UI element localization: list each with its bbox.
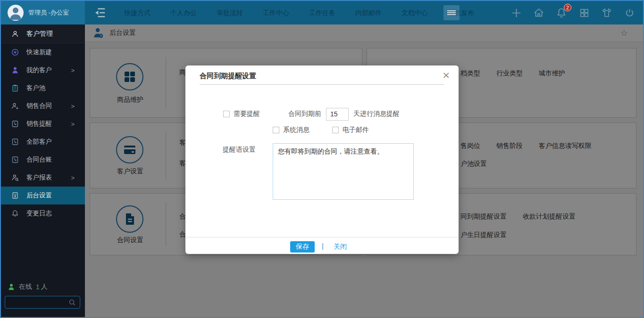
hamburger-menu-icon[interactable] — [443, 5, 460, 20]
nav-item-work-center[interactable]: 工作中心 — [256, 1, 296, 24]
sidebar-item-customer-pool[interactable]: 客户池 — [1, 79, 85, 97]
need-remind-label: 需要提醒 — [234, 110, 260, 118]
chevron-right-icon: > — [71, 67, 75, 74]
sidebar: 客户管理 快速新建 我的客户 > 客户池 销售合同 > 销售提醒 > 全部客户 — [1, 24, 85, 317]
nav-item-approval-flow[interactable]: 审批流转 — [210, 1, 250, 24]
nav-item-shortcuts[interactable]: 快捷方式 — [117, 1, 157, 24]
chevron-right-icon: > — [71, 174, 75, 181]
email-label: 电子邮件 — [343, 126, 369, 134]
person-search-icon — [11, 174, 19, 181]
nav-item-document-center[interactable]: 文档中心 — [395, 1, 435, 24]
phonebook-icon — [11, 120, 19, 128]
sidebar-item-sales-contracts[interactable]: 销售合同 > — [1, 97, 85, 115]
need-remind-checkbox[interactable] — [223, 111, 230, 117]
sidebar-item-customer-reports[interactable]: 客户报表 > — [1, 169, 85, 187]
notification-badge: 2 — [564, 4, 571, 11]
contract-expiry-reminder-dialog: 合同到期提醒设置 × 需要提醒 合同到期前 天进行消息提醒 系统消息 电子邮件 … — [185, 65, 459, 254]
person-pen-icon — [11, 102, 19, 110]
top-bar: 管理员 -办公室 快捷方式 个人办公 审批流转 工作中心 工作任务 内部邮件 文… — [1, 1, 643, 24]
person-icon — [11, 30, 19, 38]
top-nav: 快捷方式 个人办公 审批流转 工作中心 工作任务 内部邮件 文档中心 信息发布 — [114, 1, 484, 24]
plus-circle-icon — [11, 49, 19, 56]
sidebar-item-quick-create[interactable]: 快速新建 — [1, 43, 85, 61]
save-button[interactable]: 保存 — [290, 241, 315, 253]
nav-item-personal-office[interactable]: 个人办公 — [164, 1, 203, 24]
logout-power-icon[interactable] — [623, 7, 636, 19]
close-icon[interactable]: × — [442, 69, 450, 81]
phonebook-icon — [11, 156, 19, 163]
sidebar-item-my-customers[interactable]: 我的客户 > — [1, 61, 85, 79]
home-icon[interactable] — [533, 7, 545, 19]
system-message-label: 系统消息 — [283, 126, 309, 134]
sidebar-item-change-log[interactable]: 变更日志 — [1, 204, 85, 222]
user-block[interactable]: 管理员 -办公室 — [1, 1, 85, 24]
system-message-checkbox[interactable] — [273, 127, 279, 133]
sidebar-header-customer-management[interactable]: 客户管理 — [1, 24, 85, 43]
email-checkbox[interactable] — [332, 127, 339, 133]
sidebar-item-all-customers[interactable]: 全部客户 — [1, 133, 85, 151]
app-window: 管理员 -办公室 快捷方式 个人办公 审批流转 工作中心 工作任务 内部邮件 文… — [0, 0, 644, 318]
theme-shirt-icon[interactable] — [601, 7, 613, 19]
button-separator: | — [322, 242, 324, 250]
person-icon — [11, 66, 19, 74]
ledger-icon — [11, 192, 19, 199]
after-days-label: 天进行消息提醒 — [353, 110, 400, 118]
apps-grid-icon[interactable] — [578, 7, 590, 19]
add-icon[interactable] — [510, 7, 522, 19]
chevron-right-icon: > — [71, 121, 75, 128]
user-name: 管理员 -办公室 — [28, 8, 69, 17]
channel-row: 系统消息 电子邮件 — [273, 124, 369, 136]
collapse-menu-icon[interactable] — [93, 7, 108, 18]
chevron-right-icon: > — [71, 103, 75, 110]
sidebar-item-sales-reminders[interactable]: 销售提醒 > — [1, 115, 85, 133]
before-expiry-label: 合同到期前 — [288, 110, 321, 118]
nav-item-work-tasks[interactable]: 工作任务 — [302, 1, 342, 24]
close-button[interactable]: 关闭 — [334, 243, 347, 251]
sidebar-item-backend-settings[interactable]: 后台设置 — [1, 187, 85, 204]
clipboard-icon — [11, 84, 19, 92]
days-before-input[interactable] — [326, 108, 349, 121]
online-count: 1 — [36, 283, 40, 291]
reminder-phrase-textarea[interactable] — [273, 143, 414, 200]
bell-icon — [11, 210, 19, 217]
phonebook-icon — [11, 138, 19, 146]
avatar — [8, 5, 24, 21]
notifications-bell-icon[interactable]: 2 — [555, 7, 568, 19]
dialog-title: 合同到期提醒设置 — [200, 72, 256, 81]
phrase-label: 提醒语设置 — [223, 146, 256, 154]
sidebar-search-input[interactable] — [5, 296, 80, 309]
search-icon — [68, 299, 76, 306]
reminder-row: 需要提醒 合同到期前 天进行消息提醒 — [223, 107, 400, 121]
nav-item-internal-mail[interactable]: 内部邮件 — [349, 1, 388, 24]
sidebar-item-contract-ledger[interactable]: 合同台账 — [1, 151, 85, 169]
online-status: 在线 1 人 — [8, 283, 48, 291]
online-person-icon — [8, 283, 15, 291]
